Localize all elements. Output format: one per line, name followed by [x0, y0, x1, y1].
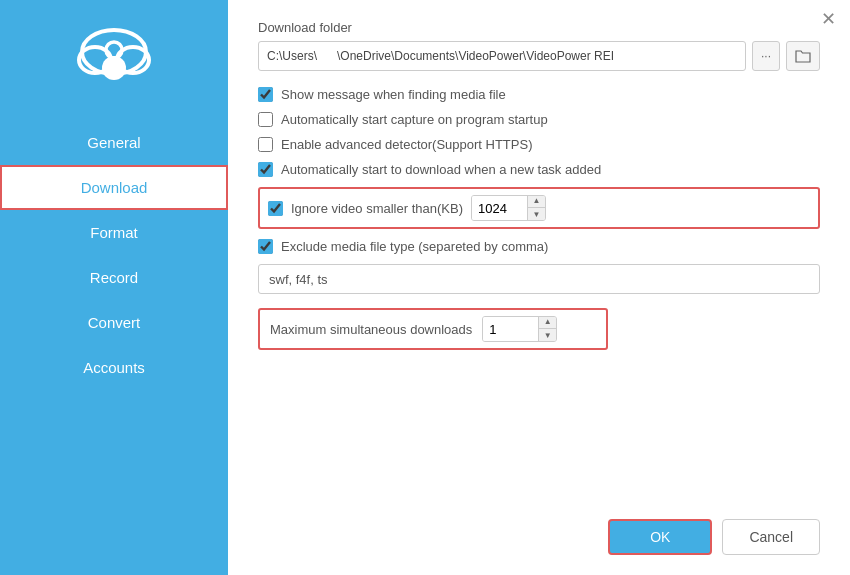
show-message-label: Show message when finding media file [281, 87, 506, 102]
max-downloads-spinbox: ▲ ▼ [482, 316, 557, 342]
advanced-detector-label: Enable advanced detector(Support HTTPS) [281, 137, 532, 152]
folder-icon [795, 48, 811, 64]
sidebar-item-record[interactable]: Record [0, 255, 228, 300]
sidebar-item-convert[interactable]: Convert [0, 300, 228, 345]
folder-row: ··· [258, 41, 820, 71]
sidebar-item-general[interactable]: General [0, 120, 228, 165]
advanced-detector-checkbox[interactable] [258, 137, 273, 152]
show-message-checkbox[interactable] [258, 87, 273, 102]
sidebar-item-format[interactable]: Format [0, 210, 228, 255]
max-downloads-down-button[interactable]: ▼ [538, 329, 556, 342]
auto-capture-checkbox[interactable] [258, 112, 273, 127]
auto-download-checkbox[interactable] [258, 162, 273, 177]
ignore-video-spinbox: ▲ ▼ [471, 195, 546, 221]
ignore-video-input[interactable] [472, 196, 527, 220]
folder-open-button[interactable] [786, 41, 820, 71]
footer-buttons: OK Cancel [258, 509, 820, 555]
app-logo [69, 20, 159, 90]
auto-download-label: Automatically start to download when a n… [281, 162, 601, 177]
max-downloads-label: Maximum simultaneous downloads [270, 322, 472, 337]
exclude-type-input[interactable] [258, 264, 820, 294]
auto-capture-row: Automatically start capture on program s… [258, 112, 820, 127]
ignore-video-label: Ignore video smaller than(KB) [291, 201, 463, 216]
exclude-type-checkbox[interactable] [258, 239, 273, 254]
auto-download-row: Automatically start to download when a n… [258, 162, 820, 177]
main-content: ✕ Download folder ··· Show message when … [228, 0, 850, 575]
auto-capture-label: Automatically start capture on program s… [281, 112, 548, 127]
close-button[interactable]: ✕ [821, 10, 836, 28]
exclude-type-label: Exclude media file type (separeted by co… [281, 239, 548, 254]
advanced-detector-row: Enable advanced detector(Support HTTPS) [258, 137, 820, 152]
sidebar: General Download Format Record Convert A… [0, 0, 228, 575]
max-downloads-up-button[interactable]: ▲ [538, 316, 556, 329]
ignore-video-checkbox[interactable] [268, 201, 283, 216]
download-folder-label: Download folder [258, 20, 820, 35]
sidebar-item-download[interactable]: Download [0, 165, 228, 210]
cancel-button[interactable]: Cancel [722, 519, 820, 555]
show-message-row: Show message when finding media file [258, 87, 820, 102]
ignore-video-down-button[interactable]: ▼ [527, 208, 545, 221]
ok-button[interactable]: OK [608, 519, 712, 555]
ignore-video-box: Ignore video smaller than(KB) ▲ ▼ [258, 187, 820, 229]
folder-dots-label: ··· [761, 49, 771, 63]
max-downloads-box: Maximum simultaneous downloads ▲ ▼ [258, 308, 608, 350]
folder-dots-button[interactable]: ··· [752, 41, 780, 71]
sidebar-item-accounts[interactable]: Accounts [0, 345, 228, 390]
ignore-video-up-button[interactable]: ▲ [527, 195, 545, 208]
exclude-type-row: Exclude media file type (separeted by co… [258, 239, 820, 254]
max-downloads-input[interactable] [483, 317, 538, 341]
settings-dialog: General Download Format Record Convert A… [0, 0, 850, 575]
logo-area [69, 20, 159, 90]
folder-path-input[interactable] [258, 41, 746, 71]
